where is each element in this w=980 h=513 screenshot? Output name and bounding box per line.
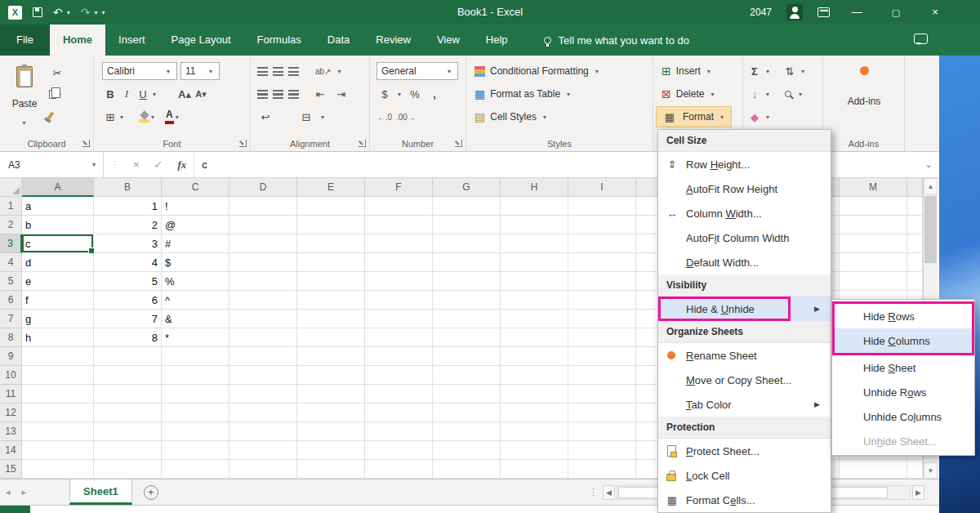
cell-B15[interactable]: [94, 460, 162, 479]
submenu-item-hide-columns[interactable]: Hide Columns: [835, 328, 972, 353]
cell-G3[interactable]: [433, 234, 501, 253]
submenu-item-unhide-columns[interactable]: Unhide Columns: [832, 404, 974, 429]
tab-insert[interactable]: Insert: [105, 25, 158, 56]
format-painter-button[interactable]: [47, 111, 54, 119]
align-right-icon[interactable]: [288, 90, 299, 99]
cell-H5[interactable]: [501, 272, 568, 291]
row-header-9[interactable]: 9: [0, 347, 22, 366]
font-family-select[interactable]: Calibri▾: [102, 62, 177, 80]
cell-G12[interactable]: [433, 404, 501, 422]
scroll-down-icon[interactable]: ▼: [924, 462, 938, 479]
cell-partial[interactable]: [907, 216, 923, 234]
cell-C13[interactable]: [162, 422, 229, 441]
cell-A4[interactable]: d: [22, 253, 94, 272]
cell-H4[interactable]: [501, 253, 568, 272]
row-header-15[interactable]: 15: [0, 460, 22, 479]
cell-C8[interactable]: *: [162, 328, 229, 347]
percent-style-icon[interactable]: %: [407, 84, 423, 104]
cell-H3[interactable]: [501, 234, 568, 253]
sheet-nav-left-icon[interactable]: ◂: [0, 487, 16, 497]
cell-A6[interactable]: f: [22, 291, 94, 310]
cell-E6[interactable]: [297, 291, 365, 310]
align-middle-icon[interactable]: [273, 67, 283, 76]
insert-button[interactable]: ⊞ Insert▾: [657, 61, 718, 81]
cell-D7[interactable]: [229, 310, 297, 328]
vertical-scroll-thumb[interactable]: [924, 196, 937, 263]
orientation-icon[interactable]: ab↗: [315, 67, 332, 76]
tab-formulas[interactable]: Formulas: [244, 25, 314, 56]
increase-decimal-icon[interactable]: ←.0: [376, 107, 393, 127]
cell-D8[interactable]: [229, 328, 297, 347]
wrap-text-icon[interactable]: ↩: [257, 107, 274, 127]
font-size-select[interactable]: 11▾: [180, 62, 220, 80]
align-center-icon[interactable]: [273, 90, 283, 99]
row-header-3[interactable]: 3: [0, 234, 22, 253]
cell-B10[interactable]: [94, 366, 162, 385]
cell-E9[interactable]: [297, 347, 365, 366]
alignment-dialog-launcher-icon[interactable]: [359, 140, 366, 147]
column-header-M[interactable]: M: [840, 178, 907, 197]
cell-E10[interactable]: [297, 366, 365, 385]
cell-C1[interactable]: !: [162, 197, 229, 216]
cell-D11[interactable]: [229, 385, 297, 404]
menu-item-default-width[interactable]: Default Width...: [658, 250, 831, 274]
align-left-icon[interactable]: [257, 90, 268, 99]
tab-review[interactable]: Review: [363, 25, 424, 56]
cell-F8[interactable]: [365, 328, 433, 347]
cell-H14[interactable]: [501, 441, 568, 460]
comment-icon[interactable]: [914, 33, 928, 44]
cell-I2[interactable]: [568, 216, 636, 234]
cell-partial[interactable]: [907, 253, 923, 272]
cell-E3[interactable]: [297, 234, 365, 253]
autosum-dropdown-icon[interactable]: ▾: [766, 68, 769, 75]
hscroll-left-icon[interactable]: ◀: [603, 485, 615, 500]
cell-D9[interactable]: [229, 347, 297, 366]
cell-I5[interactable]: [568, 272, 636, 291]
cell-G8[interactable]: [433, 328, 501, 347]
decrease-decimal-icon[interactable]: .00→: [396, 107, 416, 127]
expand-formula-bar-icon[interactable]: ⌄: [918, 159, 939, 170]
cell-E14[interactable]: [297, 441, 365, 460]
cell-B8[interactable]: 8: [94, 328, 162, 347]
cell-G14[interactable]: [433, 441, 501, 460]
cell-E1[interactable]: [297, 197, 365, 216]
cell-B11[interactable]: [94, 385, 162, 404]
menu-item-autofit-column-width[interactable]: AutoFit Column Width: [658, 225, 831, 250]
align-bottom-icon[interactable]: [288, 67, 299, 76]
borders-button[interactable]: ⊞: [102, 107, 118, 127]
menu-item-rename-sheet[interactable]: Rename Sheet: [658, 343, 831, 368]
cell-I11[interactable]: [568, 385, 636, 404]
cell-F3[interactable]: [365, 234, 433, 253]
cell-B1[interactable]: 1: [94, 197, 162, 216]
formula-bar-gripper[interactable]: ⋮: [104, 159, 126, 170]
underline-dropdown-icon[interactable]: ▾: [153, 91, 156, 98]
cell-F10[interactable]: [365, 366, 433, 385]
menu-item-protect-sheet[interactable]: Protect Sheet...: [658, 439, 831, 463]
cell-D3[interactable]: [229, 234, 297, 253]
cell-H10[interactable]: [501, 366, 568, 385]
cell-G10[interactable]: [433, 366, 501, 385]
cell-M2[interactable]: [840, 216, 907, 234]
comma-style-icon[interactable]: ,: [426, 84, 443, 104]
cell-E8[interactable]: [297, 328, 365, 347]
cell-C10[interactable]: [162, 366, 229, 385]
sort-filter-button[interactable]: ⇅: [782, 61, 798, 81]
menu-item-autofit-row-height[interactable]: AutoFit Row Height: [658, 176, 831, 201]
cell-B13[interactable]: [94, 422, 162, 441]
cell-M5[interactable]: [840, 272, 907, 291]
cell-A5[interactable]: e: [22, 272, 94, 291]
cell-H12[interactable]: [501, 404, 568, 422]
column-header-E[interactable]: E: [297, 178, 365, 197]
borders-dropdown-icon[interactable]: ▾: [120, 114, 123, 121]
enter-icon[interactable]: ✓: [147, 158, 171, 171]
cell-F4[interactable]: [365, 253, 433, 272]
cell-D6[interactable]: [229, 291, 297, 310]
cell-I13[interactable]: [568, 422, 636, 441]
delete-button[interactable]: ⊠ Delete▾: [657, 84, 721, 104]
cell-I14[interactable]: [568, 441, 636, 460]
row-header-13[interactable]: 13: [0, 422, 22, 441]
cell-F7[interactable]: [365, 310, 433, 328]
cell-C9[interactable]: [162, 347, 229, 366]
fill-color-dropdown-icon[interactable]: ▾: [151, 114, 154, 121]
row-header-7[interactable]: 7: [0, 310, 22, 328]
